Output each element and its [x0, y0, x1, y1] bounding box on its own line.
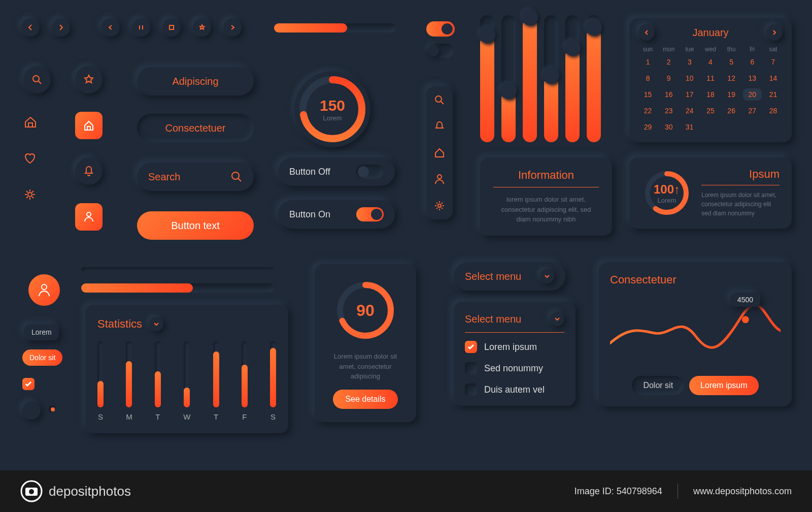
- cal-day[interactable]: 29: [638, 121, 657, 133]
- cal-next-icon[interactable]: [766, 24, 783, 41]
- cal-day[interactable]: 31: [680, 121, 699, 133]
- cal-day[interactable]: 19: [722, 88, 741, 101]
- prev-icon[interactable]: [101, 18, 120, 37]
- menu-option[interactable]: Lorem ipsum: [465, 341, 564, 353]
- svg-point-17: [742, 316, 749, 323]
- search-icon[interactable]: [23, 66, 51, 93]
- checkbox-checked[interactable]: [22, 378, 35, 390]
- bell-icon[interactable]: [434, 121, 445, 132]
- eq-bar[interactable]: [565, 15, 580, 142]
- calendar: January sunmontuewedthufrisat 1234567891…: [629, 18, 792, 142]
- toggle-on[interactable]: [356, 207, 384, 221]
- see-details-button[interactable]: See details: [333, 390, 397, 409]
- cal-day[interactable]: 30: [659, 121, 678, 133]
- cal-day[interactable]: 17: [680, 88, 699, 101]
- dial-label: Lorem: [320, 114, 345, 122]
- next-icon[interactable]: [223, 18, 242, 37]
- cal-day[interactable]: 5: [722, 56, 741, 68]
- heart-icon[interactable]: [23, 152, 51, 167]
- cal-day[interactable]: 8: [638, 72, 657, 84]
- toggle-off[interactable]: [356, 165, 384, 179]
- user-icon[interactable]: [434, 174, 445, 185]
- cal-day[interactable]: 11: [701, 72, 720, 84]
- cal-day[interactable]: 10: [680, 72, 699, 84]
- menu-option[interactable]: Duis autem vel: [465, 383, 564, 396]
- menu-option[interactable]: Sed nonummy: [465, 362, 564, 374]
- cal-month: January: [692, 27, 728, 39]
- progress-medium[interactable]: [81, 283, 274, 293]
- line-pill-1[interactable]: Dolor sit: [632, 376, 684, 395]
- user-active-icon[interactable]: [75, 203, 103, 231]
- ipsum-title: Ipsum: [701, 168, 780, 185]
- cal-day[interactable]: 14: [764, 72, 783, 84]
- gear-icon[interactable]: [434, 200, 445, 211]
- cal-day[interactable]: 18: [701, 88, 720, 101]
- svg-point-14: [42, 284, 47, 290]
- cal-day[interactable]: 24: [680, 105, 699, 117]
- line-pill-2[interactable]: Lorem ipsum: [689, 376, 758, 395]
- cal-day[interactable]: 27: [743, 105, 762, 117]
- cal-day[interactable]: 28: [764, 105, 783, 117]
- search-input[interactable]: Search: [137, 163, 254, 191]
- cal-day[interactable]: 21: [764, 88, 783, 101]
- forward-icon[interactable]: [52, 18, 70, 37]
- svg-rect-0: [170, 25, 174, 29]
- star-outline-icon[interactable]: [75, 66, 103, 93]
- cal-day[interactable]: 23: [659, 105, 678, 117]
- pause-icon[interactable]: [132, 18, 150, 37]
- svg-point-6: [232, 172, 239, 179]
- progress-thin[interactable]: [81, 267, 274, 271]
- eq-bar[interactable]: [587, 15, 601, 142]
- cal-day[interactable]: 16: [659, 88, 678, 101]
- cal-day[interactable]: 12: [722, 72, 741, 84]
- cal-day[interactable]: 22: [638, 105, 657, 117]
- cal-day[interactable]: 25: [701, 105, 720, 117]
- eq-bar[interactable]: [480, 15, 494, 142]
- button-text[interactable]: Button text: [137, 211, 254, 240]
- cal-day[interactable]: 1: [638, 56, 657, 68]
- select-menu-1[interactable]: Select menu: [454, 262, 565, 291]
- radio-off[interactable]: [22, 401, 41, 420]
- eq-bar[interactable]: [501, 15, 516, 142]
- tag-dolor-sit[interactable]: Dolor sit: [22, 349, 62, 366]
- gear-icon[interactable]: [23, 188, 51, 203]
- search-icon[interactable]: [434, 94, 445, 106]
- back-icon[interactable]: [21, 18, 40, 37]
- consectetuer-button[interactable]: Consectetuer: [137, 114, 254, 142]
- cal-day[interactable]: 6: [743, 56, 762, 68]
- home-active-icon[interactable]: [75, 112, 103, 139]
- cal-day[interactable]: 13: [743, 72, 762, 84]
- home-outline-icon[interactable]: [23, 115, 51, 131]
- camera-icon: [20, 480, 43, 502]
- tag-lorem[interactable]: Lorem: [24, 324, 59, 340]
- information-card: Information lorem ipsum dolor sit amet, …: [480, 157, 612, 236]
- eq-bar[interactable]: [544, 15, 558, 142]
- eq-bar[interactable]: [523, 15, 537, 142]
- cal-day[interactable]: 26: [722, 105, 741, 117]
- chevron-down-icon[interactable]: [149, 317, 163, 331]
- star-icon[interactable]: [193, 18, 211, 37]
- cal-day[interactable]: 20: [743, 88, 762, 101]
- cal-day[interactable]: 7: [764, 56, 783, 68]
- toggle-small-on[interactable]: [426, 21, 455, 37]
- cal-day[interactable]: 3: [680, 56, 699, 68]
- home-icon[interactable]: [434, 147, 445, 158]
- cal-dow: fri: [743, 46, 762, 53]
- stop-icon[interactable]: [162, 18, 181, 37]
- watermark-footer: depositphotos Image ID: 540798964 www.de…: [0, 470, 812, 512]
- stats-bar: W: [183, 341, 190, 421]
- chevron-down-icon[interactable]: [550, 312, 564, 326]
- avatar[interactable]: [28, 274, 60, 306]
- cal-day[interactable]: 4: [701, 56, 720, 68]
- bell-icon[interactable]: [75, 157, 103, 185]
- cal-day[interactable]: 15: [638, 88, 657, 101]
- progress-track[interactable]: [274, 23, 396, 33]
- cal-prev-icon[interactable]: [638, 24, 655, 41]
- cal-day[interactable]: 9: [659, 72, 678, 84]
- radio-dot[interactable]: [49, 405, 57, 413]
- footer-url: www.depositphotos.com: [693, 486, 792, 497]
- cal-day[interactable]: 2: [659, 56, 678, 68]
- toggle-small-off[interactable]: [426, 44, 454, 58]
- media-controls: [21, 18, 70, 37]
- adipiscing-button[interactable]: Adipiscing: [137, 67, 254, 95]
